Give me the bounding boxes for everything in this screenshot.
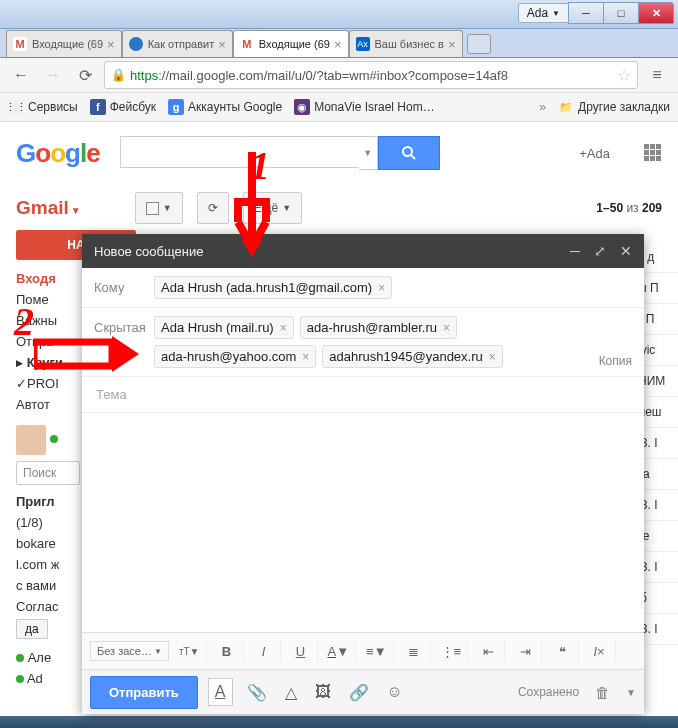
chip-remove-icon[interactable]: ×	[302, 350, 309, 364]
bookmark-monavie[interactable]: ◉MonaVie Israel Hom…	[294, 99, 435, 115]
formatting-toolbar: Без засе…▼ тТ▼ B I U A▼ ≡▼ ≣ ⋮≡ ⇤ ⇥ ❝ I×	[82, 632, 644, 669]
bookmark-facebook[interactable]: fФейсбук	[90, 99, 156, 115]
windows-taskbar[interactable]	[0, 716, 678, 728]
refresh-button[interactable]: ⟳	[197, 192, 229, 224]
chip-remove-icon[interactable]: ×	[443, 321, 450, 335]
url-input[interactable]: 🔒 https://mail.google.com/mail/u/0/?tab=…	[104, 61, 638, 89]
bookmark-services[interactable]: ⋮⋮Сервисы	[8, 99, 78, 115]
window-maximize-button[interactable]: □	[603, 2, 639, 24]
bookmark-google-accounts[interactable]: gАккаунты Google	[168, 99, 282, 115]
bookmark-overflow[interactable]: »	[539, 100, 546, 114]
subject-input[interactable]: Тема	[82, 377, 644, 413]
search-people-input[interactable]: Поиск	[16, 461, 80, 485]
recipient-chip[interactable]: ada-hrush@yahoo.com×	[154, 345, 316, 368]
recipient-chip[interactable]: Ada Hrush (ada.hrush1@gmail.com)×	[154, 276, 392, 299]
invite-yes-button[interactable]: да	[16, 619, 48, 639]
text-color-button[interactable]: A▼	[322, 640, 357, 663]
photo-icon[interactable]: 🖼	[311, 679, 335, 705]
back-button[interactable]: ←	[8, 62, 34, 88]
emoji-icon[interactable]: ☺	[383, 679, 407, 705]
cc-link[interactable]: Копия	[599, 354, 632, 368]
svg-line-1	[411, 155, 415, 159]
message-count: 1–50 из 209	[596, 201, 662, 215]
underline-button[interactable]: U	[285, 640, 318, 663]
clear-format-button[interactable]: I×	[583, 640, 616, 663]
attach-icon[interactable]: 📎	[243, 679, 271, 706]
recipient-chip[interactable]: Ada Hrush (mail.ru)×	[154, 316, 294, 339]
forward-button[interactable]: →	[40, 62, 66, 88]
compose-title: Новое сообщение	[94, 244, 203, 259]
gmail-logo[interactable]: Gmail▼	[16, 197, 81, 219]
compose-bcc-row[interactable]: Скрытая Ada Hrush (mail.ru)× ada-hrush@r…	[82, 308, 644, 377]
bold-button[interactable]: B	[211, 640, 244, 663]
indent-less-button[interactable]: ⇤	[472, 640, 505, 663]
window-close-button[interactable]: ✕	[638, 2, 674, 24]
compose-window: Новое сообщение ─ ⤢ ✕ Кому Ada Hrush (ad…	[82, 234, 644, 714]
recipient-chip[interactable]: adahrush1945@yandex.ru×	[322, 345, 502, 368]
bullet-list-button[interactable]: ⋮≡	[435, 640, 469, 663]
quote-button[interactable]: ❝	[546, 640, 579, 663]
chip-remove-icon[interactable]: ×	[489, 350, 496, 364]
chip-remove-icon[interactable]: ×	[378, 281, 385, 295]
more-button[interactable]: Ещё▼	[243, 192, 302, 224]
discard-icon[interactable]: 🗑	[595, 684, 610, 701]
tab-close-icon[interactable]: ×	[107, 37, 115, 52]
bcc-label: Скрытая	[94, 316, 144, 335]
search-box: ▼	[120, 136, 440, 170]
font-selector[interactable]: Без засе…▼	[90, 641, 169, 661]
browser-tab[interactable]: AхВаш бизнес в×	[349, 30, 463, 57]
google-header: Google ▼ +Ada	[0, 122, 678, 184]
link-icon[interactable]: 🔗	[345, 679, 373, 706]
select-all-checkbox[interactable]: ▼	[135, 192, 183, 224]
lock-icon: 🔒	[111, 68, 126, 82]
indent-more-button[interactable]: ⇥	[509, 640, 542, 663]
user-menu-button[interactable]: Ada▼	[518, 3, 569, 23]
compose-actions: Отправить A 📎 △ 🖼 🔗 ☺ Сохранено 🗑 ▼	[82, 669, 644, 714]
search-input[interactable]	[120, 136, 359, 168]
window-minimize-button[interactable]: ─	[568, 2, 604, 24]
google-logo[interactable]: Google	[16, 138, 100, 169]
tab-close-icon[interactable]: ×	[218, 37, 226, 52]
recipient-chip[interactable]: ada-hrush@rambler.ru×	[300, 316, 457, 339]
browser-tab-active[interactable]: MВходящие (69×	[233, 30, 349, 57]
new-tab-button[interactable]	[467, 34, 491, 54]
presence-dot	[50, 435, 58, 443]
bookmark-other[interactable]: 📁Другие закладки	[558, 99, 670, 115]
compose-header[interactable]: Новое сообщение ─ ⤢ ✕	[82, 234, 644, 268]
numbered-list-button[interactable]: ≣	[398, 640, 431, 663]
browser-tab[interactable]: MВходящие (69×	[6, 30, 122, 57]
chip-remove-icon[interactable]: ×	[280, 321, 287, 335]
svg-point-0	[403, 147, 412, 156]
menu-button[interactable]: ≡	[644, 62, 670, 88]
italic-button[interactable]: I	[248, 640, 281, 663]
send-button[interactable]: Отправить	[90, 676, 198, 709]
tab-close-icon[interactable]: ×	[448, 37, 456, 52]
compose-minimize-icon[interactable]: ─	[570, 243, 580, 259]
google-plus-user[interactable]: +Ada	[579, 146, 610, 161]
browser-tab[interactable]: Как отправит×	[122, 30, 233, 57]
align-button[interactable]: ≡▼	[360, 640, 393, 663]
bookmarks-bar: ⋮⋮Сервисы fФейсбук gАккаунты Google ◉Mon…	[0, 93, 678, 122]
search-dropdown[interactable]: ▼	[359, 136, 378, 170]
to-label: Кому	[94, 276, 144, 295]
tab-close-icon[interactable]: ×	[334, 37, 342, 52]
search-button[interactable]	[378, 136, 440, 170]
bookmark-star-icon[interactable]: ☆	[617, 66, 631, 85]
drive-icon[interactable]: △	[281, 679, 301, 706]
gmail-toolbar: Gmail▼ ▼ ⟳ Ещё▼ 1–50 из 209	[0, 184, 678, 232]
avatar[interactable]	[16, 425, 46, 455]
address-bar: ← → ⟳ 🔒 https://mail.google.com/mail/u/0…	[0, 58, 678, 93]
compose-to-row[interactable]: Кому Ada Hrush (ada.hrush1@gmail.com)×	[82, 268, 644, 308]
reload-button[interactable]: ⟳	[72, 62, 98, 88]
compose-body[interactable]	[82, 413, 644, 632]
window-titlebar: Ada▼ ─ □ ✕	[0, 0, 678, 29]
formatting-toggle-icon[interactable]: A	[208, 678, 233, 706]
more-options-icon[interactable]: ▼	[626, 687, 636, 698]
compose-close-icon[interactable]: ✕	[620, 243, 632, 259]
browser-tab-strip: MВходящие (69× Как отправит× MВходящие (…	[0, 29, 678, 58]
saved-status: Сохранено	[518, 685, 579, 699]
font-size-button[interactable]: тТ▼	[173, 642, 207, 661]
compose-expand-icon[interactable]: ⤢	[594, 243, 606, 259]
apps-grid-icon[interactable]	[644, 144, 662, 162]
